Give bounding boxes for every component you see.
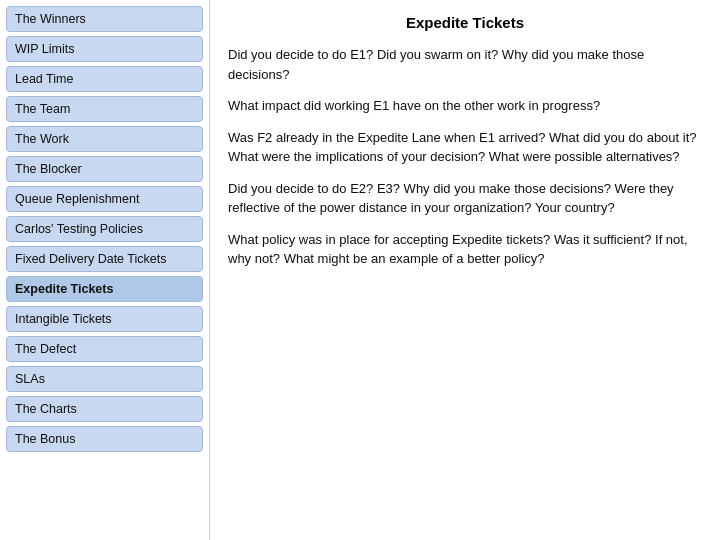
content-block-block4: Did you decide to do E2? E3? Why did you…: [228, 179, 702, 218]
sidebar-item-intangible-tickets[interactable]: Intangible Tickets: [6, 306, 203, 332]
sidebar-item-the-team[interactable]: The Team: [6, 96, 203, 122]
main-title: Expedite Tickets: [228, 14, 702, 31]
sidebar-item-the-blocker[interactable]: The Blocker: [6, 156, 203, 182]
sidebar-item-expedite-tickets[interactable]: Expedite Tickets: [6, 276, 203, 302]
sidebar-item-carlos-testing[interactable]: Carlos' Testing Policies: [6, 216, 203, 242]
sidebar-item-wip-limits[interactable]: WIP Limits: [6, 36, 203, 62]
sidebar-item-the-winners[interactable]: The Winners: [6, 6, 203, 32]
sidebar-item-the-charts[interactable]: The Charts: [6, 396, 203, 422]
content-blocks: Did you decide to do E1? Did you swarm o…: [228, 45, 702, 269]
sidebar: The WinnersWIP LimitsLead TimeThe TeamTh…: [0, 0, 210, 540]
content-block-block3: Was F2 already in the Expedite Lane when…: [228, 128, 702, 167]
sidebar-item-lead-time[interactable]: Lead Time: [6, 66, 203, 92]
main-content: Expedite Tickets Did you decide to do E1…: [210, 0, 720, 540]
sidebar-item-the-defect[interactable]: The Defect: [6, 336, 203, 362]
sidebar-item-the-bonus[interactable]: The Bonus: [6, 426, 203, 452]
sidebar-item-the-work[interactable]: The Work: [6, 126, 203, 152]
sidebar-item-queue-replenishment[interactable]: Queue Replenishment: [6, 186, 203, 212]
content-block-block2: What impact did working E1 have on the o…: [228, 96, 702, 116]
content-block-block1: Did you decide to do E1? Did you swarm o…: [228, 45, 702, 84]
sidebar-item-fixed-delivery[interactable]: Fixed Delivery Date Tickets: [6, 246, 203, 272]
sidebar-item-slas[interactable]: SLAs: [6, 366, 203, 392]
content-block-block5: What policy was in place for accepting E…: [228, 230, 702, 269]
